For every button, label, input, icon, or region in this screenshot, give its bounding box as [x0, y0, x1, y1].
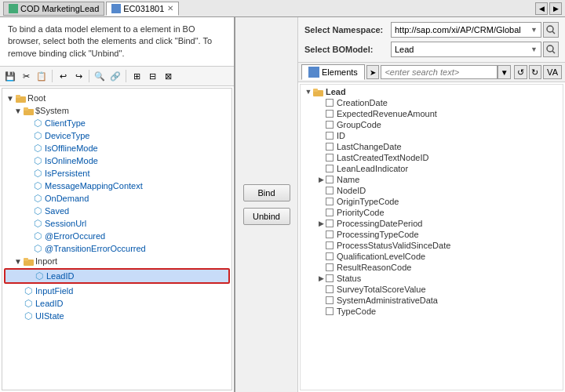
elem-item-sysadmindata[interactable]: SystemAdministrativeData — [302, 295, 561, 306]
tree-item-isofflinemode[interactable]: ⬡ IsOfflineMode — [4, 142, 230, 154]
tabs-row: Elements ➤ ▼ ↺ ↻ VA — [298, 63, 565, 82]
tree-item-messagemapping[interactable]: ⬡ MessageMappingContext — [4, 180, 230, 192]
tree-item-sessionurl[interactable]: ⬡ SessionUrl — [4, 217, 230, 230]
label-root: Root — [27, 93, 46, 103]
sq-icon-lastcreatedtextnode — [326, 154, 334, 162]
tree-item-devicetype[interactable]: ⬡ DeviceType — [4, 129, 230, 142]
elements-tree[interactable]: ▼ Lead CreationDate ExpectedRevenueAmoun… — [300, 84, 563, 390]
tree-item-erroroccured[interactable]: ⬡ @ErrorOccured — [4, 230, 230, 242]
sq-icon-processingtypecode — [326, 230, 334, 238]
tree-item-transitionerror[interactable]: ⬡ @TransitionErrorOccurred — [4, 242, 230, 255]
field-icon-inputfield: ⬡ — [23, 285, 34, 296]
undo-button[interactable]: ↩ — [56, 69, 70, 83]
elem-item-resultreasoncode[interactable]: ResultReasonCode — [302, 262, 561, 273]
expand-button[interactable]: ⊞ — [129, 69, 144, 83]
collapse-button[interactable]: ⊟ — [145, 69, 159, 83]
sq-icon-status — [326, 274, 334, 282]
arrow-right-button[interactable]: ➤ — [366, 65, 380, 79]
nav-back-button[interactable]: ◀ — [535, 2, 548, 15]
elem-item-processstatusvalid[interactable]: ProcessStatusValidSinceDate — [302, 240, 561, 251]
elem-item-expectedrevenue[interactable]: ExpectedRevenueAmount — [302, 108, 561, 119]
unbind-button[interactable]: Unbind — [243, 208, 290, 225]
label-clienttype: ClientType — [45, 118, 86, 128]
tree-item-ondemand[interactable]: ⬡ OnDemand — [4, 192, 230, 205]
search-input[interactable] — [381, 65, 498, 79]
tree-item-clienttype[interactable]: ⬡ ClientType — [4, 117, 230, 129]
expand-processingdateperiod[interactable]: ▶ — [316, 219, 326, 228]
elem-item-lastchangedate[interactable]: LastChangeDate — [302, 141, 561, 152]
tab-ec031801[interactable]: EC031801 ✕ — [106, 2, 179, 16]
field-icon-messagemapping: ⬡ — [32, 180, 43, 191]
link-button[interactable]: 🔗 — [108, 69, 122, 83]
bomodel-search-button[interactable] — [543, 42, 559, 57]
elem-item-lead-root[interactable]: ▼ Lead — [302, 86, 561, 97]
save-button[interactable]: 💾 — [3, 69, 17, 83]
field-icon-erroroccured: ⬡ — [32, 230, 43, 241]
tree-item-uistate[interactable]: ⬡ UIState — [4, 310, 230, 322]
label-groupcode: GroupCode — [337, 120, 381, 129]
field-icon-saved: ⬡ — [32, 205, 43, 216]
tree-item-leadid-child[interactable]: ⬡ LeadID — [4, 268, 230, 284]
expand-root[interactable]: ▼ — [5, 93, 15, 103]
svg-rect-3 — [24, 107, 28, 111]
tree-item-root[interactable]: ▼ Root — [4, 92, 230, 104]
elem-item-nodeid[interactable]: NodeID — [302, 185, 561, 196]
tree-item-leadid[interactable]: ⬡ LeadID — [4, 297, 230, 310]
nav-forward-button[interactable]: ▶ — [549, 2, 562, 15]
sq-icon-processingdateperiod — [326, 220, 334, 227]
elem-item-origintypecode[interactable]: OriginTypeCode — [302, 196, 561, 207]
field-icon-devicetype: ⬡ — [32, 130, 43, 141]
bind-area: Bind Unbind — [235, 17, 298, 392]
elem-item-groupcode[interactable]: GroupCode — [302, 119, 561, 130]
folder-icon-system — [23, 105, 34, 116]
bomodel-dropdown[interactable]: Lead ▼ — [391, 42, 541, 57]
elem-item-surveytotalscore[interactable]: SurveyTotalScoreValue — [302, 284, 561, 295]
elem-item-status[interactable]: ▶ Status — [302, 273, 561, 284]
elem-item-leanleadindicator[interactable]: LeanLeadIndicator — [302, 163, 561, 174]
elem-item-processingtypecode[interactable]: ProcessingTypeCode — [302, 229, 561, 240]
sq-icon-leanleadindicator — [326, 165, 334, 172]
tree-item-isonlinemode[interactable]: ⬡ IsOnlineMode — [4, 154, 230, 167]
namespace-dropdown[interactable]: http://sap.com/xi/AP/CRM/Global ▼ — [391, 22, 541, 38]
redo-button[interactable]: ↪ — [71, 69, 86, 83]
expand-status[interactable]: ▶ — [316, 274, 326, 283]
tree-item-inport[interactable]: ▼ Inport — [4, 255, 230, 267]
namespace-value-container: http://sap.com/xi/AP/CRM/Global ▼ — [391, 22, 559, 38]
toolbar-sep-1 — [52, 70, 53, 82]
elem-item-typecode[interactable]: TypeCode — [302, 306, 561, 317]
copy-button[interactable]: 📋 — [35, 69, 49, 83]
elem-item-processingdateperiod[interactable]: ▶ ProcessingDatePeriod — [302, 218, 561, 229]
expand-name[interactable]: ▶ — [316, 175, 326, 184]
svg-line-7 — [552, 31, 555, 34]
elem-item-prioritycode[interactable]: PriorityCode — [302, 207, 561, 218]
va-button[interactable]: VA — [543, 65, 562, 79]
tree-item-inputfield[interactable]: ⬡ InputField — [4, 285, 230, 297]
tree-item-saved[interactable]: ⬡ Saved — [4, 205, 230, 217]
bomodel-search-icon — [546, 45, 556, 54]
elem-item-name[interactable]: ▶ Name — [302, 174, 561, 185]
namespace-search-button[interactable] — [543, 22, 559, 38]
elem-item-lastcreatedtextnode[interactable]: LastCreatedTextNodeID — [302, 152, 561, 163]
elem-item-qualificationlevel[interactable]: QualificationLevelCode — [302, 251, 561, 262]
tree-item-system[interactable]: ▼ $System — [4, 104, 230, 117]
close-icon[interactable]: ✕ — [167, 4, 173, 13]
cut-button[interactable]: ✂ — [19, 69, 33, 83]
sq-icon-name — [326, 176, 334, 183]
label-lastcreatedtextnode: LastCreatedTextNodeID — [337, 153, 428, 162]
tab-elements[interactable]: Elements — [301, 64, 365, 80]
expand-inport[interactable]: ▼ — [13, 256, 23, 266]
bind-button[interactable]: Bind — [243, 184, 290, 201]
tab-cod-marketinglead[interactable]: COD MarketingLead — [3, 2, 104, 16]
left-tree[interactable]: ▼ Root ▼ $System ⬡ ClientType — [2, 88, 232, 390]
search-down-button[interactable]: ▼ — [498, 65, 511, 79]
close-left-button[interactable]: ⊠ — [161, 69, 175, 83]
elem-item-creationdate[interactable]: CreationDate — [302, 97, 561, 108]
forward-button[interactable]: ↻ — [529, 65, 542, 79]
expand-lead-root[interactable]: ▼ — [304, 87, 313, 96]
refresh-button[interactable]: ↺ — [514, 65, 527, 79]
expand-system[interactable]: ▼ — [13, 106, 23, 115]
elem-item-id[interactable]: ID — [302, 130, 561, 141]
tree-item-ispersistent[interactable]: ⬡ IsPersistent — [4, 167, 230, 180]
search-left-button[interactable]: 🔍 — [93, 69, 107, 83]
field-icon-ispersistent: ⬡ — [32, 168, 43, 179]
